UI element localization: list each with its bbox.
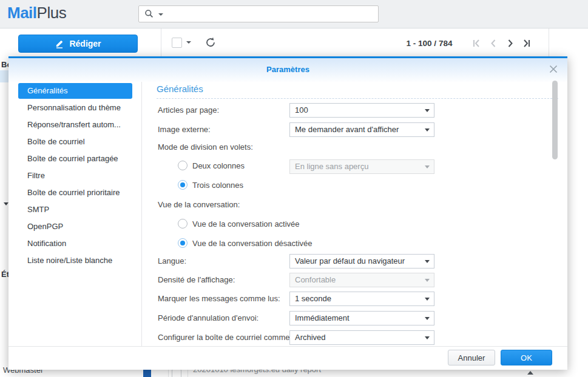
- ok-button[interactable]: OK: [501, 350, 552, 365]
- pane-mode-label: Mode de division en volets:: [158, 142, 253, 152]
- section-heading: Généralités: [157, 84, 558, 99]
- radio-checked-icon[interactable]: [178, 180, 188, 190]
- settings-tab-shared-mailbox[interactable]: Boîte de courriel partagée: [18, 151, 132, 167]
- archive-mailbox-select[interactable]: Archived: [289, 330, 434, 345]
- dropdown-caret-icon: [425, 279, 430, 282]
- prev-page-icon[interactable]: [488, 39, 498, 48]
- mark-as-read-value: 1 seconde: [295, 292, 331, 305]
- pane-mode-option-two-columns[interactable]: Deux colonnes: [178, 161, 245, 170]
- undo-send-label: Période d'annulation d'envoi:: [158, 311, 259, 325]
- settings-sidebar: Généralités Personnalisation du thème Ré…: [8, 82, 142, 370]
- dropdown-caret-icon: [425, 298, 430, 301]
- next-page-icon[interactable]: [505, 39, 515, 48]
- conversation-view-off-label: Vue de la conversation désactivée: [192, 239, 313, 248]
- mark-as-read-select[interactable]: 1 seconde: [289, 292, 434, 306]
- archive-mailbox-label: Configurer la boîte de courriel comme: [158, 330, 290, 345]
- message-row-checkbox[interactable]: [172, 369, 181, 377]
- compose-button[interactable]: Rédiger: [18, 35, 138, 53]
- dialog-header: Paramètres: [8, 58, 567, 82]
- first-page-icon[interactable]: [471, 39, 481, 48]
- settings-tab-notification[interactable]: Notification: [18, 236, 132, 252]
- radio-checked-icon[interactable]: [178, 238, 188, 248]
- settings-content: Généralités Articles par page: 100 Image…: [143, 82, 567, 346]
- settings-tab-auto-reply[interactable]: Réponse/transfert autom...: [18, 117, 132, 133]
- pane-mode-option-three-label: Trois colonnes: [192, 181, 243, 190]
- settings-tab-filter[interactable]: Filtre: [18, 168, 132, 184]
- pane-mode-option-two-label: Deux colonnes: [192, 161, 245, 170]
- conversation-view-label: Vue de la conversation:: [158, 200, 240, 210]
- archive-mailbox-value: Archived: [295, 331, 326, 344]
- external-image-select[interactable]: Me demander avant d'afficher: [289, 122, 434, 137]
- compose-label: Rédiger: [69, 39, 101, 48]
- select-all-checkbox[interactable]: [172, 38, 182, 48]
- close-icon[interactable]: [549, 64, 558, 74]
- dropdown-caret-icon: [425, 165, 430, 168]
- toolbar-divider: [161, 28, 161, 56]
- language-label: Langue:: [158, 254, 186, 269]
- radio-unchecked-icon[interactable]: [178, 219, 188, 229]
- articles-per-page-select[interactable]: 100: [289, 103, 434, 118]
- sort-asc-icon[interactable]: [527, 371, 533, 375]
- undo-send-value: Immédiatement: [295, 312, 350, 325]
- display-density-value: Confortable: [295, 273, 336, 287]
- mailplus-logo: MailPlus: [7, 4, 66, 22]
- dropdown-caret-icon: [425, 260, 430, 263]
- display-density-select: Confortable: [289, 273, 434, 287]
- selected-folder-row-partial[interactable]: [0, 70, 8, 82]
- last-page-icon[interactable]: [522, 39, 532, 48]
- dialog-title: Paramètres: [8, 58, 567, 81]
- settings-tab-openpgp[interactable]: OpenPGP: [18, 219, 132, 235]
- dialog-scrollbar-thumb[interactable]: [552, 81, 558, 159]
- two-columns-layout-select: En ligne sans aperçu: [289, 159, 434, 174]
- list-column-divider: [168, 370, 169, 377]
- dropdown-caret-icon: [425, 128, 430, 132]
- display-density-label: Densité de l'affichage:: [158, 273, 235, 287]
- radio-unchecked-icon[interactable]: [178, 161, 188, 170]
- undo-send-select[interactable]: Immédiatement: [289, 311, 434, 325]
- pane-divider: [549, 28, 549, 56]
- conversation-view-on-label: Vue de la conversation activée: [192, 219, 300, 229]
- search-input[interactable]: [138, 5, 379, 22]
- dropdown-caret-icon: [425, 317, 430, 320]
- conversation-view-option-off[interactable]: Vue de la conversation désactivée: [178, 238, 313, 248]
- label-color-chip: [143, 370, 151, 377]
- settings-tab-theme[interactable]: Personnalisation du thème: [18, 100, 132, 116]
- list-column-divider: [188, 370, 188, 377]
- pagination-label: 1 - 100 / 784: [394, 35, 464, 53]
- articles-per-page-label: Articles par page:: [158, 103, 219, 118]
- refresh-icon[interactable]: [204, 36, 217, 48]
- pane-mode-option-three-columns[interactable]: Trois colonnes: [178, 180, 243, 190]
- select-dropdown-caret-icon[interactable]: [186, 41, 191, 44]
- search-scope-caret-icon[interactable]: [158, 13, 163, 16]
- settings-tab-blacklist-whitelist[interactable]: Liste noire/Liste blanche: [18, 253, 132, 269]
- settings-tab-priority-mailbox[interactable]: Boîte de courriel prioritaire: [18, 185, 132, 201]
- external-image-label: Image externe:: [158, 122, 211, 137]
- search-icon: [144, 9, 154, 19]
- settings-tab-generalites[interactable]: Généralités: [18, 83, 132, 99]
- language-select[interactable]: Valeur par défaut du navigateur: [289, 254, 434, 269]
- cancel-button[interactable]: Annuler: [448, 350, 495, 365]
- settings-dialog: Paramètres Généralités Personnalisation …: [8, 56, 567, 370]
- settings-tab-smtp[interactable]: SMTP: [18, 202, 132, 218]
- logo-plus: Plus: [37, 4, 67, 22]
- two-columns-layout-value: En ligne sans aperçu: [295, 160, 368, 173]
- external-image-value: Me demander avant d'afficher: [295, 123, 399, 136]
- conversation-view-option-on[interactable]: Vue de la conversation activée: [178, 219, 300, 229]
- settings-tab-mailbox[interactable]: Boîte de courriel: [18, 134, 132, 150]
- dialog-footer: Annuler OK: [8, 346, 567, 370]
- logo-mail: Mail: [7, 4, 37, 22]
- articles-per-page-value: 100: [295, 104, 308, 117]
- language-value: Valeur par défaut du navigateur: [295, 255, 405, 268]
- compose-icon: [55, 39, 64, 48]
- dropdown-caret-icon: [425, 109, 430, 112]
- topbar: MailPlus: [0, 0, 588, 28]
- mark-as-read-label: Marquer les messages comme lus:: [158, 292, 280, 306]
- dropdown-caret-icon: [425, 336, 430, 339]
- folder-expander-icon[interactable]: [4, 202, 8, 205]
